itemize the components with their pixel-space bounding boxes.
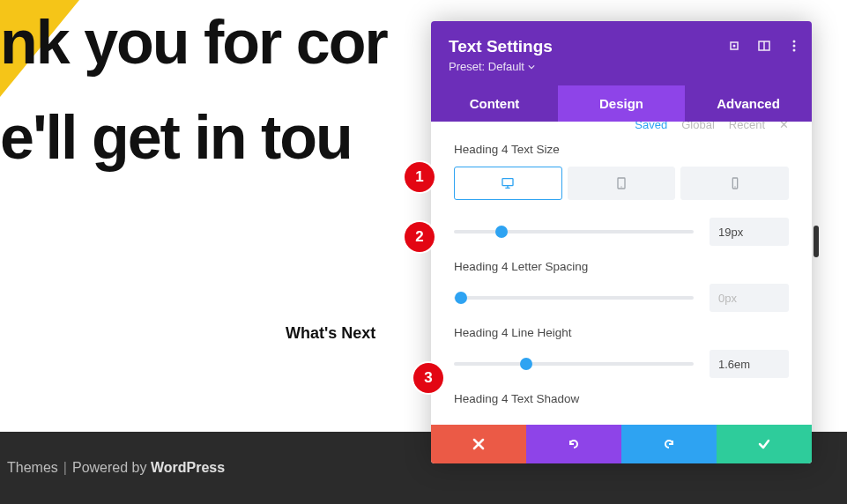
tab-advanced[interactable]: Advanced	[685, 85, 812, 122]
callout-badge-3: 3	[413, 363, 443, 393]
text-size-thumb[interactable]	[495, 226, 508, 238]
tablet-icon	[614, 176, 628, 190]
letter-spacing-slider[interactable]	[454, 296, 694, 300]
line-height-slider[interactable]	[454, 362, 694, 366]
filter-saved[interactable]: Saved	[635, 122, 667, 130]
text-settings-panel: Text Settings Preset: Default Content De…	[431, 21, 812, 463]
undo-button[interactable]	[526, 425, 621, 463]
scrollbar[interactable]	[814, 226, 819, 257]
letter-spacing-label: Heading 4 Letter Spacing	[454, 260, 789, 273]
cancel-button[interactable]	[431, 425, 526, 463]
callout-badge-2: 2	[405, 222, 435, 252]
tab-content[interactable]: Content	[431, 85, 558, 122]
setting-line-height: Heading 4 Line Height 1.6em	[431, 314, 812, 380]
device-phone-button[interactable]	[680, 167, 789, 200]
filter-row: Saved Global Recent ✕	[431, 122, 812, 130]
svg-point-6	[793, 49, 796, 52]
footer-powered-by: Powered by	[72, 460, 147, 476]
letter-spacing-input[interactable]: 0px	[710, 284, 789, 312]
redo-button[interactable]	[621, 425, 717, 463]
whats-next-heading: What's Next	[286, 324, 375, 343]
setting-letter-spacing: Heading 4 Letter Spacing 0px	[431, 248, 812, 314]
svg-point-1	[733, 45, 736, 48]
svg-point-13	[734, 186, 735, 187]
phone-icon	[728, 176, 742, 190]
undo-icon	[567, 437, 581, 451]
preset-dropdown[interactable]: Preset: Default	[449, 60, 794, 73]
text-shadow-label: Heading 4 Text Shadow	[454, 392, 789, 405]
tab-design[interactable]: Design	[558, 85, 685, 122]
filter-close-icon[interactable]: ✕	[779, 122, 789, 130]
panel-body: Saved Global Recent ✕ Heading 4 Text Siz…	[431, 122, 812, 416]
text-size-slider[interactable]	[454, 230, 694, 233]
headline-line-1: nk you for cor	[0, 11, 387, 76]
filter-recent[interactable]: Recent	[729, 122, 765, 130]
svg-point-4	[793, 41, 796, 43]
close-icon	[472, 437, 486, 451]
line-height-input[interactable]: 1.6em	[710, 350, 789, 378]
headline-line-2: e'll get in tou	[0, 106, 352, 171]
expand-icon[interactable]	[727, 39, 741, 53]
callout-badge-1: 1	[405, 162, 435, 192]
footer-themes-link[interactable]: Themes	[7, 460, 58, 476]
panel-header: Text Settings Preset: Default	[431, 21, 812, 85]
device-tablet-button[interactable]	[568, 167, 676, 200]
svg-point-11	[620, 186, 621, 187]
text-size-label: Heading 4 Text Size	[454, 143, 789, 156]
redo-icon	[662, 437, 676, 451]
panel-tabs: Content Design Advanced	[431, 85, 812, 122]
letter-spacing-thumb[interactable]	[455, 292, 467, 304]
panel-footer	[431, 425, 812, 463]
device-desktop-button[interactable]	[454, 167, 562, 200]
more-icon[interactable]	[787, 39, 801, 53]
text-size-input[interactable]: 19px	[710, 218, 789, 246]
svg-point-5	[793, 45, 796, 48]
chevron-down-icon	[528, 63, 535, 70]
setting-text-size: Heading 4 Text Size	[431, 130, 812, 202]
footer-wordpress-link[interactable]: WordPress	[151, 460, 225, 476]
filter-global[interactable]: Global	[681, 122, 715, 130]
svg-rect-7	[502, 179, 513, 186]
save-button[interactable]	[717, 425, 812, 463]
line-height-thumb[interactable]	[520, 358, 532, 370]
footer-separator: |	[63, 460, 67, 476]
setting-text-shadow: Heading 4 Text Shadow	[431, 380, 812, 416]
desktop-icon	[501, 176, 515, 190]
check-icon	[757, 437, 771, 451]
line-height-label: Heading 4 Line Height	[454, 326, 789, 339]
columns-icon[interactable]	[757, 39, 771, 53]
